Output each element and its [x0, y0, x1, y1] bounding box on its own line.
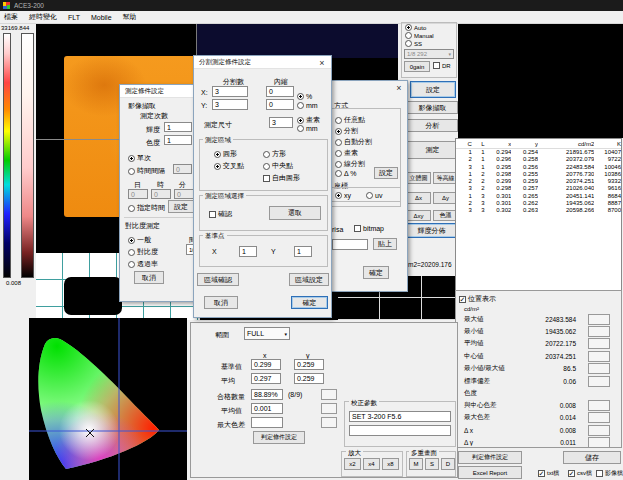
table-row[interactable]: 330.3020.26320598.2668700: [456, 207, 621, 214]
x-division-field[interactable]: 3: [212, 86, 248, 97]
zoom-x4-button[interactable]: x4: [363, 458, 380, 470]
view3d-button[interactable]: 立體圖: [406, 172, 431, 184]
stat-box[interactable]: [588, 326, 610, 337]
analyze-button[interactable]: 分析: [407, 119, 458, 132]
stat-box[interactable]: [588, 338, 610, 349]
method-any-point-radio[interactable]: 任意點: [335, 115, 365, 125]
base-y-field[interactable]: 1: [294, 246, 312, 257]
range-select[interactable]: FULL ▾: [244, 327, 290, 340]
judge-condition-button[interactable]: 判定條件設定: [458, 451, 522, 464]
x-inset-field[interactable]: 0: [266, 86, 294, 97]
split-ok-button[interactable]: 確定: [291, 296, 328, 309]
region-confirm-button[interactable]: 區域確認: [197, 273, 239, 286]
interval-value-field[interactable]: 0: [173, 164, 192, 174]
menu-item-help[interactable]: 幫助: [123, 12, 137, 22]
capture-button[interactable]: 影像擷取: [407, 101, 458, 114]
exposure-ss-radio[interactable]: SS: [405, 40, 422, 47]
average-x-field[interactable]: 0.297: [251, 373, 281, 384]
exposure-manual-radio[interactable]: Manual: [405, 32, 434, 39]
chroma-count-field[interactable]: 1: [164, 135, 192, 145]
paste-button[interactable]: 貼上: [373, 238, 397, 250]
method-path-field[interactable]: [332, 239, 368, 250]
position-display-checkbox[interactable]: 位置表示: [459, 294, 621, 304]
delta-xy-button[interactable]: Δxy: [406, 210, 431, 221]
size-pixel-radio[interactable]: 畫素: [297, 115, 320, 125]
region-set-button[interactable]: 區域設定: [289, 273, 329, 286]
excel-report-button[interactable]: Excel Report: [458, 466, 522, 479]
table-row[interactable]: 320.2980.25721026.0409616: [456, 185, 621, 192]
base-x-field[interactable]: 1: [239, 246, 257, 257]
dialog-title-bar[interactable]: 分割測定條件設定: [194, 56, 331, 69]
coord-xy-radio[interactable]: xy: [335, 192, 351, 199]
menu-item-flt[interactable]: FLT: [68, 14, 80, 21]
method-line-split-radio[interactable]: 線分割: [335, 159, 365, 169]
method-ok-button[interactable]: 確定: [363, 266, 389, 279]
stat-box[interactable]: [588, 351, 610, 362]
measure-button[interactable]: 測定: [407, 141, 458, 159]
confirm-checkbox[interactable]: 確認: [209, 209, 232, 219]
zoom-x2-button[interactable]: x2: [344, 458, 361, 470]
exposure-auto-radio[interactable]: Auto: [405, 24, 426, 31]
calibration-value-field[interactable]: SET 3-200 F5.6: [349, 411, 451, 422]
contrast-radio[interactable]: 對比度: [128, 247, 158, 257]
region-cross-radio[interactable]: 交叉點: [214, 161, 244, 171]
table-row[interactable]: 120.2980.25520776.73010386: [456, 171, 621, 178]
method-set-button[interactable]: 設定: [374, 167, 398, 179]
inset-mm-radio[interactable]: mm: [297, 102, 318, 109]
region-center-radio[interactable]: 中央點: [263, 161, 293, 171]
table-row[interactable]: 310.2950.25622483.58410046: [456, 164, 621, 171]
stat-box[interactable]: [588, 400, 610, 411]
region-free-checkbox[interactable]: 自由圖形: [263, 173, 300, 183]
reference-x-field[interactable]: 0.299: [251, 359, 281, 370]
multi-m-button[interactable]: M: [409, 458, 423, 470]
method-auto-split-radio[interactable]: 自動分割: [335, 137, 372, 147]
panel-judge-button[interactable]: 判定條件設定: [253, 431, 305, 444]
average-y-field[interactable]: 0.259: [294, 373, 324, 384]
menu-item-file[interactable]: 檔案: [4, 12, 18, 22]
delta-x-button[interactable]: Δx: [406, 192, 431, 204]
reference-y-field[interactable]: 0.259: [294, 359, 324, 370]
menu-item-mobile[interactable]: Mobile: [91, 14, 112, 21]
luminance-dist-button[interactable]: 輝度分佈: [405, 223, 458, 238]
mean-field[interactable]: 0.001: [251, 403, 283, 414]
dr-checkbox[interactable]: DR: [433, 62, 451, 69]
pick-button[interactable]: 選取: [269, 206, 321, 220]
table-row[interactable]: 210.2960.25820372.0799722: [456, 156, 621, 163]
max-diff-field[interactable]: [251, 417, 283, 428]
stat-box[interactable]: [588, 412, 610, 423]
cie-diagram[interactable]: [29, 318, 187, 480]
measure-size-field[interactable]: 3: [269, 117, 293, 128]
transmittance-radio[interactable]: 透過率: [128, 259, 158, 269]
specified-time-radio[interactable]: 指定時間: [128, 203, 165, 213]
stat-box[interactable]: [588, 314, 610, 325]
interval-radio[interactable]: 時間間隔: [128, 166, 165, 176]
luminance-count-field[interactable]: 1: [164, 122, 192, 132]
method-pixel-radio[interactable]: 畫素: [335, 148, 358, 158]
multi-d-button[interactable]: D: [441, 458, 455, 470]
minute-field[interactable]: 0: [174, 189, 194, 199]
txt-file-checkbox[interactable]: txt檔: [538, 469, 559, 478]
multi-s-button[interactable]: S: [425, 458, 439, 470]
stat-box[interactable]: [588, 425, 610, 436]
set-button[interactable]: 設定: [410, 81, 456, 98]
coord-uv-radio[interactable]: uv: [366, 192, 382, 199]
colorbar-luminance[interactable]: [21, 33, 34, 278]
table-row[interactable]: 110.2940.25421891.67510407: [456, 149, 621, 156]
bitmap-checkbox[interactable]: bitmap: [354, 225, 384, 232]
shutter-select[interactable]: 1/8 292 ▾: [404, 49, 454, 59]
close-icon[interactable]: ×: [393, 83, 405, 93]
stat-box[interactable]: [588, 437, 610, 448]
dialog-title-bar[interactable]: 測定條件設定: [120, 85, 195, 98]
time-set-button[interactable]: 設定: [168, 200, 194, 213]
method-delta-radio[interactable]: Δ %: [335, 170, 356, 177]
y-inset-field[interactable]: 0: [266, 99, 294, 110]
table-row[interactable]: 220.2990.25920374.2519332: [456, 178, 621, 185]
save-button[interactable]: 儲存: [563, 451, 621, 464]
general-radio[interactable]: 一般: [128, 235, 151, 245]
region-circle-radio[interactable]: 圓形: [214, 149, 237, 159]
calibration-empty-field[interactable]: [349, 425, 451, 436]
stat-box[interactable]: [588, 376, 610, 387]
zoom-x8-button[interactable]: x8: [382, 458, 399, 470]
stat-box[interactable]: [588, 363, 610, 374]
method-split-radio[interactable]: 分割: [335, 126, 358, 136]
